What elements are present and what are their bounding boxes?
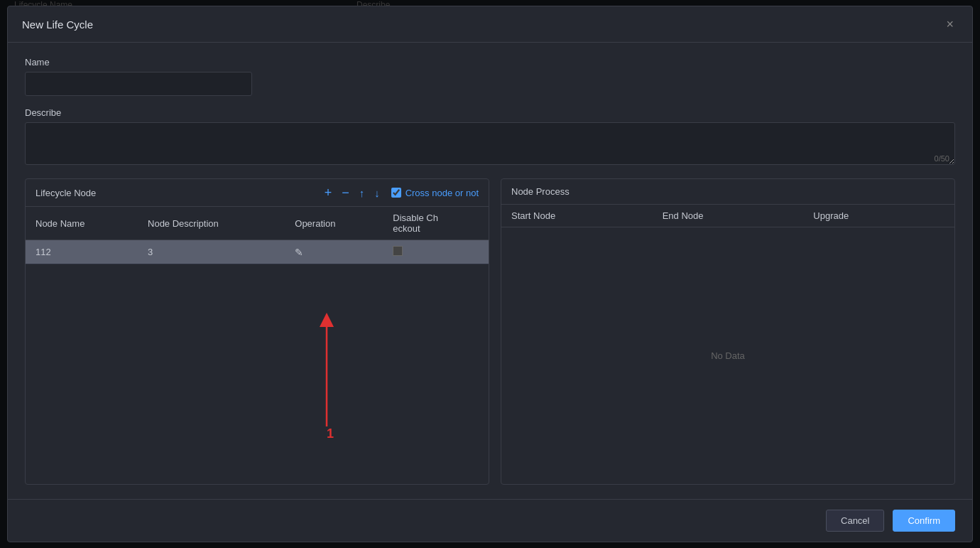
- remove-node-button[interactable]: −: [340, 186, 351, 199]
- cell-operation: ✎: [285, 240, 383, 264]
- move-up-button[interactable]: ↑: [358, 188, 366, 198]
- col-operation: Operation: [285, 207, 383, 240]
- cross-node-checkbox-label[interactable]: Cross node or not: [391, 188, 479, 198]
- node-process-body: No Data: [501, 227, 954, 484]
- col-upgrade: Upgrade: [803, 205, 954, 227]
- cell-disable-checkout: [383, 240, 489, 264]
- new-lifecycle-dialog: New Life Cycle × Name Describe 0/50: [7, 6, 973, 542]
- left-panel-title: Lifecycle Node: [36, 188, 96, 198]
- dialog-title: New Life Cycle: [22, 18, 93, 31]
- no-data-text: No Data: [711, 350, 745, 361]
- table-header-row: Node Name Node Description Operation Dis…: [26, 207, 489, 240]
- col-node-name: Node Name: [26, 207, 138, 240]
- name-group: Name: [25, 57, 955, 96]
- right-panel-title: Node Process: [511, 186, 570, 197]
- panels-row: Lifecycle Node + − ↑ ↓ Cross node or not: [25, 178, 955, 485]
- close-button[interactable]: ×: [942, 16, 958, 32]
- cross-node-checkbox[interactable]: [391, 188, 401, 198]
- lifecycle-node-panel: Lifecycle Node + − ↑ ↓ Cross node or not: [25, 178, 489, 485]
- col-start-node: Start Node: [501, 205, 653, 227]
- name-input[interactable]: [25, 72, 252, 96]
- describe-wrapper: 0/50: [25, 122, 955, 167]
- dialog-footer: Cancel Confirm: [8, 499, 972, 542]
- name-label: Name: [25, 57, 955, 68]
- modal-overlay: New Life Cycle × Name Describe 0/50: [0, 0, 980, 548]
- cell-node-name: 112: [26, 240, 138, 264]
- right-panel-header: Node Process: [501, 179, 954, 205]
- node-table: Node Name Node Description Operation Dis…: [26, 207, 489, 264]
- disable-checkout-checkbox[interactable]: [393, 246, 403, 256]
- right-table-header: Start Node End Node Upgrade: [501, 205, 954, 227]
- left-panel-header: Lifecycle Node + − ↑ ↓ Cross node or not: [26, 179, 489, 207]
- confirm-button[interactable]: Confirm: [893, 510, 955, 532]
- describe-counter: 0/50: [935, 154, 949, 163]
- add-node-button[interactable]: +: [323, 186, 334, 199]
- cancel-button[interactable]: Cancel: [826, 510, 884, 532]
- table-row[interactable]: 1123✎: [26, 240, 489, 264]
- describe-group: Describe 0/50: [25, 107, 955, 167]
- edit-node-button[interactable]: ✎: [295, 247, 303, 258]
- dialog-body: Name Describe 0/50 Lifecycle Node: [8, 43, 972, 499]
- describe-textarea[interactable]: [25, 122, 955, 165]
- move-down-button[interactable]: ↓: [373, 188, 381, 198]
- describe-label: Describe: [25, 107, 955, 118]
- dialog-header: New Life Cycle ×: [8, 6, 972, 43]
- node-process-panel: Node Process Start Node End Node Upgrade…: [501, 178, 955, 485]
- col-disable-checkout: Disable Checkout: [383, 207, 489, 240]
- cell-node-desc: 3: [138, 240, 285, 264]
- col-node-desc: Node Description: [138, 207, 285, 240]
- col-end-node: End Node: [653, 205, 804, 227]
- node-table-container: Node Name Node Description Operation Dis…: [26, 207, 489, 484]
- cross-node-label: Cross node or not: [405, 188, 479, 198]
- toolbar-icons: + − ↑ ↓: [323, 186, 381, 199]
